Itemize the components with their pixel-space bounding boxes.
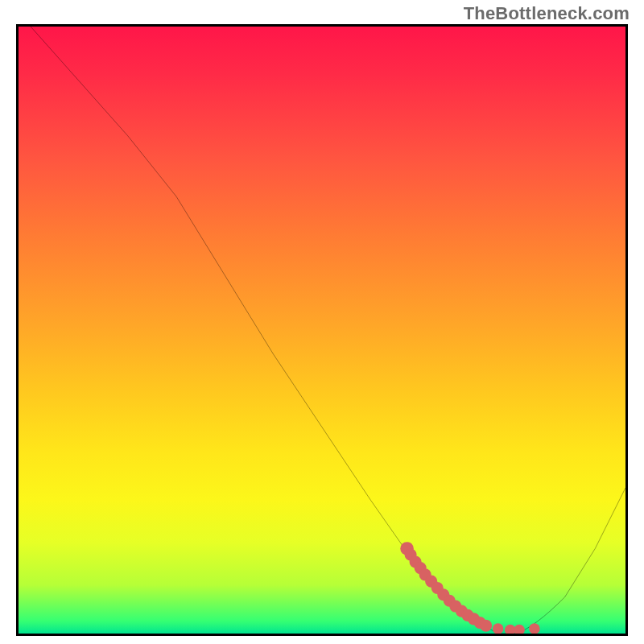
marker-dot bbox=[493, 623, 504, 634]
marker-dot bbox=[480, 620, 492, 632]
marker-dot bbox=[529, 623, 540, 634]
highlight-markers bbox=[19, 27, 625, 634]
marker-dot bbox=[514, 625, 525, 634]
watermark-text: TheBottleneck.com bbox=[464, 3, 630, 24]
plot-area bbox=[16, 24, 628, 636]
chart-frame: TheBottleneck.com bbox=[0, 0, 644, 644]
